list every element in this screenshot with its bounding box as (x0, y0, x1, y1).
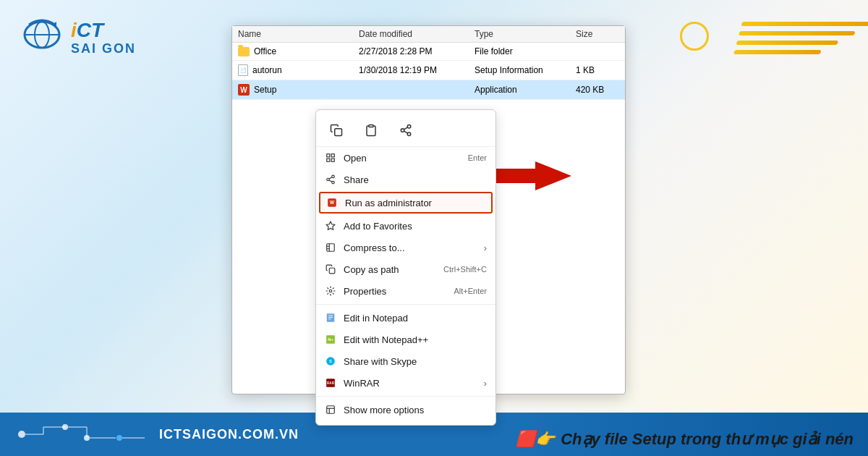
bottom-url: ICTSAIGON.COM.VN (159, 427, 299, 442)
svg-text:N+: N+ (328, 337, 333, 342)
ctx-item-copy-path[interactable]: Copy as path Ctrl+Shift+C (316, 258, 495, 280)
share-icon2 (325, 174, 336, 185)
instruction-text: Chạy file Setup trong thư mục giải nén (561, 430, 854, 449)
ctx-item-notepad[interactable]: Edit in Notepad (316, 307, 495, 329)
file-icon: 📄 (238, 64, 248, 76)
svg-text:RAR: RAR (327, 381, 335, 385)
svg-point-17 (332, 181, 335, 184)
svg-point-47 (84, 435, 90, 441)
deco-lines (733, 22, 868, 54)
winrar-icon: RAR (325, 377, 336, 389)
ctx-item-notepadpp[interactable]: N+ Edit with Notepad++ (316, 329, 495, 350)
ctx-item-open[interactable]: Open Enter (316, 147, 495, 169)
star-icon (325, 220, 336, 232)
col-type: Type (475, 29, 576, 39)
more-icon (325, 404, 336, 415)
svg-point-16 (327, 178, 330, 181)
logo-saigon-text: SAI GON (71, 42, 136, 56)
svg-rect-14 (327, 159, 330, 161)
svg-rect-13 (331, 159, 334, 161)
copy-path-icon (325, 263, 336, 275)
svg-line-18 (329, 180, 332, 182)
svg-point-6 (407, 125, 411, 129)
file-list-header: Name Date modified Type Size (232, 26, 625, 43)
svg-rect-26 (327, 313, 335, 322)
share-top-icon-btn[interactable] (394, 119, 417, 142)
svg-point-15 (332, 175, 335, 178)
svg-line-9 (404, 131, 407, 133)
notepad-icon (325, 312, 336, 324)
setup-app-icon: W (238, 84, 250, 96)
col-name: Name (238, 29, 359, 39)
svg-point-49 (116, 435, 122, 441)
deco-circle (680, 22, 709, 51)
paste-icon-btn[interactable] (359, 119, 383, 142)
svg-marker-22 (326, 221, 335, 229)
file-list: Name Date modified Type Size Office 2/27… (232, 26, 625, 100)
context-menu-top-icons (316, 114, 495, 147)
svg-rect-12 (331, 154, 334, 157)
properties-icon (325, 285, 336, 297)
svg-rect-11 (327, 154, 330, 157)
copy-icon-btn[interactable] (325, 119, 348, 142)
ctx-divider2 (316, 396, 495, 397)
col-size: Size (576, 29, 619, 39)
logo-icon (14, 14, 65, 62)
svg-point-40 (18, 431, 25, 438)
file-name-autorun: 📄 autorun (238, 64, 359, 76)
svg-rect-5 (369, 125, 373, 127)
ctx-item-favorites[interactable]: Add to Favorites (316, 215, 495, 237)
setup-bold: Setup (632, 430, 676, 448)
logo-area: iCT SAI GON (14, 14, 136, 62)
skype-icon: S (325, 355, 336, 367)
svg-rect-4 (335, 129, 342, 136)
logo-ict-text: iCT (71, 20, 136, 42)
ctx-item-run-admin[interactable]: W Run as administrator (319, 192, 493, 214)
circuit-line (14, 423, 145, 445)
file-name-setup: W Setup (238, 84, 359, 96)
svg-point-25 (329, 290, 332, 292)
svg-point-7 (401, 129, 404, 132)
open-icon (325, 152, 336, 164)
ctx-item-winrar[interactable]: RAR WinRAR › (316, 372, 495, 394)
run-admin-icon: W (326, 197, 338, 208)
ctx-divider (316, 304, 495, 305)
notepadpp-icon: N+ (325, 334, 336, 345)
explorer-window: Name Date modified Type Size Office 2/27… (231, 25, 626, 394)
compress-icon (325, 242, 336, 253)
svg-line-19 (329, 177, 332, 179)
table-row[interactable]: Office 2/27/2018 2:28 PM File folder (232, 43, 625, 61)
table-row-setup[interactable]: W Setup Application 420 KB (232, 80, 625, 100)
svg-rect-24 (329, 268, 335, 274)
svg-line-10 (404, 127, 407, 130)
logo-text: iCT SAI GON (71, 20, 136, 56)
ctx-item-share[interactable]: Share (316, 169, 495, 190)
svg-point-44 (62, 424, 68, 430)
svg-rect-23 (327, 244, 335, 252)
context-menu: Open Enter Share W Run as admini (315, 109, 496, 426)
ctx-item-compress[interactable]: Compress to... › (316, 237, 495, 258)
ctx-item-skype[interactable]: S Share with Skype (316, 350, 495, 372)
ctx-item-properties[interactable]: Properties Alt+Enter (316, 280, 495, 302)
submenu-arrow: › (484, 242, 487, 253)
ctx-item-more-options[interactable]: Show more options (316, 399, 495, 421)
bottom-instruction: 🟥👉 Chạy file Setup trong thư mục giải né… (516, 430, 854, 449)
table-row[interactable]: 📄 autorun 1/30/2018 12:19 PM Setup Infor… (232, 61, 625, 80)
svg-text:W: W (330, 200, 335, 205)
svg-rect-36 (327, 406, 335, 414)
svg-text:S: S (329, 359, 332, 363)
folder-icon (238, 47, 250, 56)
winrar-submenu-arrow: › (484, 378, 487, 389)
svg-point-8 (407, 132, 411, 136)
hand-emoji: 🟥👉 (516, 430, 555, 449)
file-name-office: Office (238, 46, 359, 56)
col-date: Date modified (359, 29, 475, 39)
